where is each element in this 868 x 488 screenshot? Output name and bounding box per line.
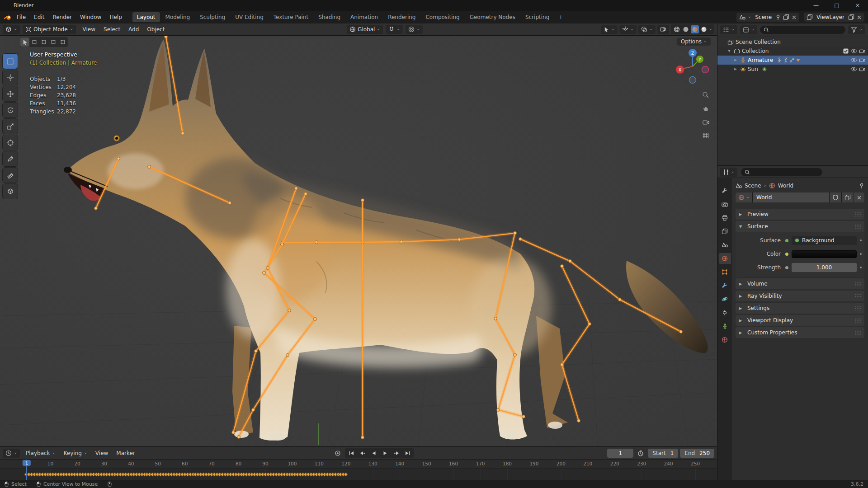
keyframe-track[interactable] bbox=[0, 469, 717, 480]
end-frame-field[interactable]: End 250 bbox=[680, 449, 714, 458]
properties-tab-constraints[interactable] bbox=[719, 307, 731, 318]
timeline-menu-view[interactable]: View bbox=[91, 449, 112, 458]
add-workspace-button[interactable]: + bbox=[555, 12, 566, 22]
shading-wireframe-button[interactable] bbox=[673, 25, 681, 33]
select-mode-extend[interactable] bbox=[30, 38, 39, 47]
unlink-scene-icon[interactable] bbox=[792, 15, 797, 20]
tool-transform[interactable] bbox=[3, 135, 18, 150]
tool-rotate[interactable] bbox=[3, 103, 18, 117]
display-mode-button[interactable] bbox=[740, 25, 757, 34]
scene-name[interactable]: Scene bbox=[754, 14, 773, 20]
timeline-menu-marker[interactable]: Marker bbox=[112, 449, 139, 458]
viewport-canvas[interactable] bbox=[0, 36, 717, 446]
properties-tab-output[interactable] bbox=[719, 212, 731, 223]
maximize-button[interactable]: □ bbox=[826, 0, 847, 11]
pin-icon[interactable] bbox=[775, 14, 781, 20]
close-button[interactable]: × bbox=[847, 0, 868, 11]
zoom-button[interactable] bbox=[701, 90, 711, 100]
pan-button[interactable] bbox=[701, 103, 711, 113]
properties-tab-object[interactable] bbox=[719, 267, 731, 277]
blender-logo-icon[interactable] bbox=[4, 14, 12, 20]
proportional-edit-dropdown[interactable] bbox=[406, 25, 423, 34]
workspace-tab-shading[interactable]: Shading bbox=[314, 12, 345, 22]
playhead[interactable]: 1 bbox=[26, 460, 27, 480]
panel-volume[interactable]: ▶Volume bbox=[736, 278, 864, 289]
viewlayer-name[interactable]: ViewLayer bbox=[815, 14, 846, 20]
viewport-3d[interactable]: Options User Perspective (1) Collection … bbox=[0, 36, 717, 446]
tool-annotate[interactable] bbox=[3, 151, 18, 166]
panel-custom-properties[interactable]: ▶Custom Properties bbox=[736, 327, 864, 338]
properties-tab-render[interactable] bbox=[719, 199, 731, 210]
remove-viewlayer-icon[interactable] bbox=[857, 15, 862, 20]
panel-ray-visibility[interactable]: ▶Ray Visibility bbox=[736, 291, 864, 301]
menu-render[interactable]: Render bbox=[48, 13, 76, 22]
properties-search-input[interactable] bbox=[741, 168, 822, 176]
workspace-tab-uv-editing[interactable]: UV Editing bbox=[231, 12, 268, 22]
scene-selector[interactable]: Scene bbox=[736, 13, 799, 22]
transport-play[interactable] bbox=[380, 449, 391, 458]
properties-tab-modifiers[interactable] bbox=[719, 280, 731, 291]
unlink-world-button[interactable] bbox=[854, 192, 864, 202]
shading-material-button[interactable] bbox=[691, 25, 699, 33]
outliner-row-armature[interactable]: ▶Armature bbox=[717, 56, 868, 65]
outliner-search-input[interactable] bbox=[760, 26, 845, 34]
select-mode-subtract[interactable] bbox=[39, 38, 48, 47]
frame-ruler[interactable]: 1020304050607080901001101201301401501601… bbox=[0, 460, 717, 469]
transport-jump-end[interactable] bbox=[402, 449, 413, 458]
viewport-menu-view[interactable]: View bbox=[79, 25, 99, 34]
pin-icon[interactable] bbox=[859, 183, 864, 188]
properties-tab-material[interactable] bbox=[719, 334, 731, 345]
start-frame-field[interactable]: Start 1 bbox=[648, 449, 678, 458]
properties-tab-tool[interactable] bbox=[719, 185, 731, 196]
transport-next-key[interactable] bbox=[391, 449, 402, 458]
outliner-row-collection[interactable]: ▼Collection bbox=[717, 47, 868, 56]
disclosure-right-icon[interactable]: ▶ bbox=[733, 67, 738, 71]
panel-surface[interactable]: ▼Surface bbox=[736, 221, 864, 232]
menu-edit[interactable]: Edit bbox=[30, 13, 48, 22]
panel-viewport-display[interactable]: ▶Viewport Display bbox=[736, 315, 864, 326]
workspace-tab-scripting[interactable]: Scripting bbox=[521, 12, 554, 22]
shading-solid-button[interactable] bbox=[682, 25, 690, 33]
select-mode-invert[interactable] bbox=[49, 38, 58, 47]
panel-settings[interactable]: ▶Settings bbox=[736, 303, 864, 314]
tool-scale[interactable] bbox=[3, 119, 18, 134]
workspace-tab-texture-paint[interactable]: Texture Paint bbox=[269, 12, 313, 22]
workspace-tab-rendering[interactable]: Rendering bbox=[383, 12, 420, 22]
property-strength-field[interactable]: 1.000 bbox=[792, 263, 857, 272]
breadcrumb-world[interactable]: World bbox=[778, 183, 793, 189]
xray-toggle[interactable] bbox=[657, 25, 669, 34]
viewlayer-selector[interactable]: ViewLayer bbox=[804, 13, 864, 22]
world-name-field[interactable]: World bbox=[753, 192, 829, 202]
auto-key-button[interactable] bbox=[332, 449, 343, 458]
navigation-gizmo[interactable]: Z X Y bbox=[673, 47, 712, 86]
select-mode-new[interactable] bbox=[20, 38, 29, 47]
tool-move[interactable] bbox=[3, 86, 18, 101]
tool-measure[interactable] bbox=[3, 168, 18, 183]
current-frame-field[interactable]: 1 bbox=[607, 449, 633, 458]
viewport-menu-select[interactable]: Select bbox=[99, 25, 124, 34]
eye-icon[interactable] bbox=[850, 49, 857, 53]
property-surface-field[interactable]: Background bbox=[792, 236, 857, 245]
outliner-filter-button[interactable] bbox=[848, 25, 865, 34]
checkbox-icon[interactable] bbox=[843, 48, 849, 54]
outliner-row-sun[interactable]: ▶Sun bbox=[717, 65, 868, 74]
properties-editor-button[interactable] bbox=[720, 168, 737, 177]
timeline-menu-keying[interactable]: Keying bbox=[60, 449, 91, 458]
eye-icon[interactable] bbox=[850, 58, 857, 62]
editor-type-button[interactable] bbox=[3, 25, 20, 34]
workspace-tab-animation[interactable]: Animation bbox=[346, 12, 382, 22]
eye-icon[interactable] bbox=[850, 67, 857, 71]
workspace-tab-sculpting[interactable]: Sculpting bbox=[195, 12, 230, 22]
new-viewlayer-icon[interactable] bbox=[848, 14, 854, 20]
breadcrumb-scene[interactable]: Scene bbox=[745, 183, 761, 189]
options-button[interactable]: Options bbox=[677, 38, 711, 46]
shading-rendered-button[interactable] bbox=[700, 25, 708, 33]
gizmos-dropdown[interactable] bbox=[619, 25, 637, 34]
new-scene-icon[interactable] bbox=[783, 14, 789, 20]
ortho-toggle-button[interactable] bbox=[701, 131, 711, 141]
workspace-tab-compositing[interactable]: Compositing bbox=[421, 12, 464, 22]
mode-dropdown[interactable]: Object Mode bbox=[23, 25, 76, 34]
properties-tab-view-layer[interactable] bbox=[719, 226, 731, 237]
workspace-tab-modeling[interactable]: Modeling bbox=[161, 12, 195, 22]
tool-add-cube[interactable] bbox=[3, 184, 18, 199]
